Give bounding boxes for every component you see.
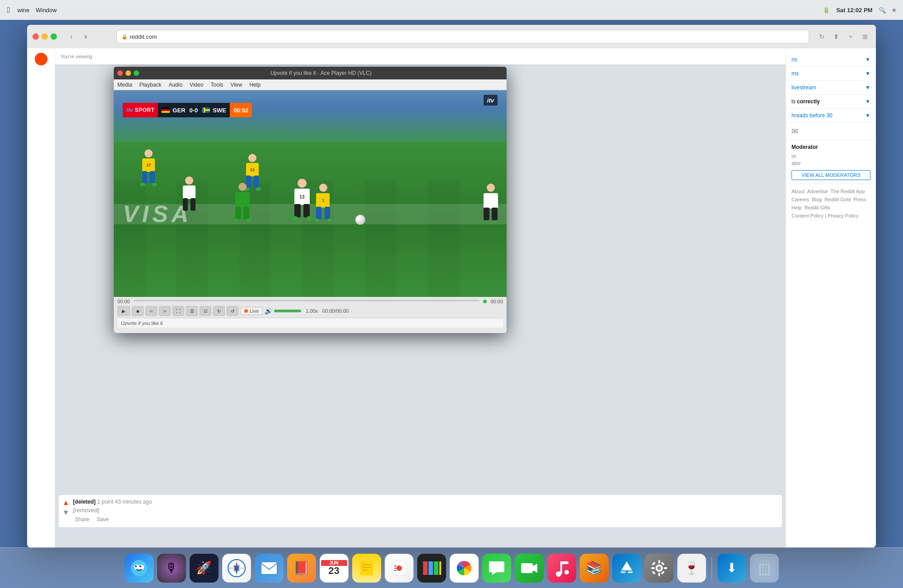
vlc-loop-button[interactable]: ↺ <box>227 306 238 316</box>
share-button[interactable]: ⬆ <box>831 31 842 42</box>
dock-facetime[interactable] <box>515 554 544 583</box>
vlc-play-pause-button[interactable]: ▶ <box>117 306 130 316</box>
dock-reminders[interactable] <box>385 554 414 583</box>
footer-privacy-policy[interactable]: Privacy Policy <box>828 213 858 218</box>
vlc-close-button[interactable] <box>117 70 123 76</box>
vlc-menu-media[interactable]: Media <box>117 82 132 88</box>
view-all-moderators-button[interactable]: VIEW ALL MODERATORS <box>791 170 870 180</box>
dock-trash[interactable] <box>750 554 779 583</box>
vlc-menu-tools[interactable]: Tools <box>211 82 223 88</box>
dock-siri[interactable]: 🎙 <box>157 554 186 583</box>
sidebar-header-5[interactable]: hreads before 30 ▼ <box>791 112 870 119</box>
dock-books[interactable]: 📚 <box>580 554 609 583</box>
new-tab-button[interactable]: ＋ <box>845 31 856 42</box>
dock-finder[interactable] <box>125 554 154 583</box>
svg-text:11: 11 <box>250 167 255 172</box>
dock-wine[interactable]: 🍷 <box>677 554 706 583</box>
menubar-wine[interactable]: wine <box>18 7 30 14</box>
dock-rocketship[interactable]: 🚀 <box>190 554 219 583</box>
vlc-menu-audio[interactable]: Audio <box>168 82 182 88</box>
svg-rect-69 <box>521 563 533 573</box>
menubar-right: 🔋 Sat 12:02 PM 🔍 ≡ <box>823 7 896 14</box>
scoreboard: itv SPORT GER 0-0 SWE 00:52 <box>123 103 252 117</box>
dock-calendar[interactable]: JUN 23 <box>320 554 349 583</box>
vlc-maximize-button[interactable] <box>134 70 139 76</box>
dock-contacts[interactable]: 📕 <box>287 554 316 583</box>
svg-rect-18 <box>303 204 310 218</box>
close-button[interactable] <box>33 33 39 40</box>
vlc-live-button[interactable]: Live <box>240 307 263 315</box>
vlc-video-area[interactable]: VISA itv itv SPORT <box>114 90 507 297</box>
back-button[interactable]: ‹ <box>66 31 77 42</box>
upvote-button[interactable]: ▲ <box>62 499 70 507</box>
browser-nav: ‹ › <box>66 31 109 42</box>
vlc-menu-view[interactable]: View <box>231 82 242 88</box>
footer-reddit-gold[interactable]: Reddit Gold <box>824 197 851 202</box>
reload-button[interactable]: ↻ <box>816 31 827 42</box>
vlc-controls-row: ▶ ■ ‹‹ ›› ⛶ ☰ ☷ ↻ ↺ Live <box>117 306 503 316</box>
share-action[interactable]: Share <box>73 515 91 523</box>
dock-messages[interactable] <box>482 554 511 583</box>
vlc-progress-bar[interactable] <box>134 300 480 301</box>
footer-content-policy[interactable]: Content Policy <box>791 213 824 218</box>
dock-safari[interactable] <box>222 554 251 583</box>
vlc-fullscreen-button[interactable]: ⛶ <box>172 306 184 316</box>
volume-icon[interactable]: 🔊 <box>265 307 272 315</box>
footer-reddit-gifts[interactable]: Reddit Gifts <box>805 205 830 210</box>
menubar-control-center-icon[interactable]: ≡ <box>892 7 896 14</box>
moderator-label: Moderator <box>791 144 818 150</box>
vlc-volume-bar[interactable] <box>274 310 301 312</box>
envelope-icon[interactable]: ✉ <box>791 127 798 136</box>
svg-point-38 <box>487 184 495 192</box>
footer-advertise[interactable]: Advertise <box>807 189 828 194</box>
svg-text:17: 17 <box>146 163 151 167</box>
sidebar-chevron-5: ▼ <box>865 112 870 119</box>
dock-photo-strip[interactable] <box>417 554 446 583</box>
vlc-random-button[interactable]: ↻ <box>213 306 225 316</box>
sidebar-header-2[interactable]: ms ▼ <box>791 70 870 77</box>
vlc-menu-help[interactable]: Help <box>249 82 261 88</box>
vlc-extended-button[interactable]: ☰ <box>186 306 198 316</box>
dock-photos[interactable] <box>450 554 479 583</box>
sidebar-chevron-1: ▼ <box>865 56 870 63</box>
dock-downloader[interactable]: ⬇ <box>717 554 746 583</box>
vlc-minimize-button[interactable] <box>126 70 131 76</box>
dock-mail[interactable] <box>255 554 284 583</box>
svg-rect-39 <box>484 193 498 208</box>
vlc-playlist-button[interactable]: ☷ <box>200 306 211 316</box>
dock-notes[interactable] <box>352 554 381 583</box>
minimize-button[interactable] <box>42 33 48 40</box>
vlc-prev-button[interactable]: ‹‹ <box>145 306 157 316</box>
itv-logo-corner: itv <box>484 95 498 106</box>
vlc-menu-video[interactable]: Video <box>190 82 203 88</box>
dock-system-preferences[interactable] <box>645 554 674 583</box>
url-bar[interactable]: 🔒 reddit.com <box>116 30 809 43</box>
footer-careers[interactable]: Careers <box>791 197 809 202</box>
germany-flag <box>162 107 170 113</box>
svg-point-46 <box>140 565 141 567</box>
downvote-button[interactable]: ▼ <box>62 509 70 517</box>
footer-reddit-app[interactable]: The Reddit App <box>831 189 865 194</box>
apple-menu[interactable]:  <box>7 5 10 15</box>
menubar-window[interactable]: Window <box>36 7 56 14</box>
dock-appstore[interactable] <box>612 554 641 583</box>
menubar-wifi-icon[interactable]: 🔋 <box>823 7 830 14</box>
sidebar-header-1[interactable]: ns ▼ <box>791 56 870 63</box>
save-action[interactable]: Save <box>95 515 111 523</box>
footer-help[interactable]: Help <box>791 205 802 210</box>
dock-itunes[interactable] <box>547 554 576 583</box>
footer-about[interactable]: About <box>791 189 805 194</box>
vlc-next-button[interactable]: ›› <box>159 306 171 316</box>
footer-press[interactable]: Press <box>853 197 866 202</box>
sidebar-header-4[interactable]: ls correctly ▼ <box>791 98 870 105</box>
maximize-button[interactable] <box>51 33 57 40</box>
vlc-menu-playback[interactable]: Playback <box>140 82 162 88</box>
sidebar-toggle[interactable] <box>97 32 109 41</box>
menubar-search-icon[interactable]: 🔍 <box>879 7 886 14</box>
forward-button[interactable]: › <box>80 31 91 42</box>
vlc-stop-button[interactable]: ■ <box>132 306 144 316</box>
sidebar-header-3[interactable]: livestream ▼ <box>791 84 870 91</box>
footer-blog[interactable]: Blog <box>812 197 822 202</box>
sidebar-btn[interactable]: ⊞ <box>860 31 870 42</box>
comment-text: [removed] <box>73 507 778 514</box>
